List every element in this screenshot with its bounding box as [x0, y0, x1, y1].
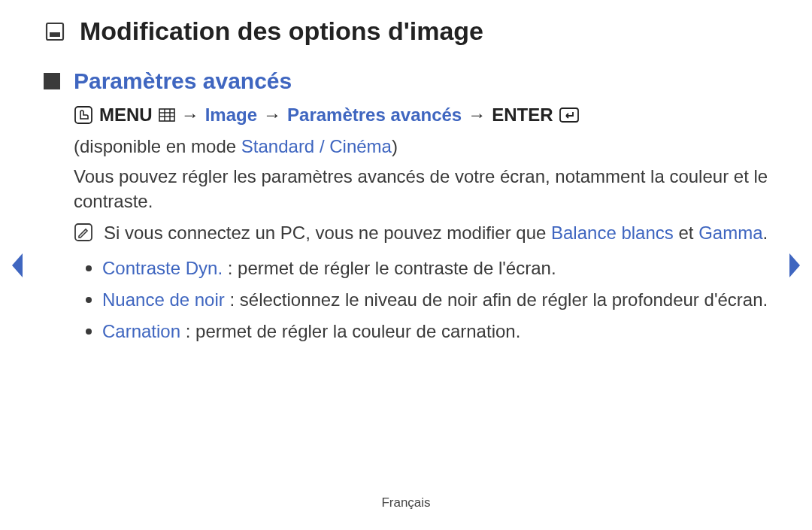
note-icon — [74, 223, 93, 242]
note-term1: Balance blancs — [551, 223, 674, 243]
page-title: Modification des options d'image — [80, 17, 483, 46]
page-content: Modification des options d'image Paramèt… — [0, 0, 812, 344]
bullet-label: Nuance de noir — [102, 289, 225, 310]
svg-rect-3 — [50, 32, 60, 37]
list-item: Nuance de noir : sélectionnez le niveau … — [81, 288, 768, 312]
availability-modes: Standard / Cinéma — [241, 136, 392, 156]
intro-text: Vous pouvez régler les paramètres avancé… — [74, 165, 768, 214]
svg-rect-2 — [47, 23, 63, 40]
note-end: . — [763, 223, 768, 243]
section-heading: Paramètres avancés — [74, 68, 292, 94]
svg-rect-5 — [159, 109, 174, 121]
enter-label: ENTER — [492, 104, 553, 126]
note-row: Si vous connectez un PC, vous ne pouvez … — [74, 221, 768, 245]
bullet-sep: : — [225, 289, 240, 310]
enter-key-icon — [559, 108, 579, 123]
availability-text: (disponible en mode Standard / Cinéma) — [74, 135, 768, 159]
square-bullet-icon — [44, 73, 60, 89]
note-part1: Si vous connectez un PC, vous ne pouvez … — [104, 223, 551, 243]
menu-grid-icon — [159, 108, 175, 122]
bullet-desc: permet de régler le contraste de l'écran… — [238, 258, 556, 278]
note-text: Si vous connectez un PC, vous ne pouvez … — [104, 221, 768, 245]
arrow-3: → — [468, 104, 486, 126]
availability-prefix: (disponible en mode — [74, 136, 241, 156]
footer-language: Français — [0, 495, 812, 510]
hand-press-icon — [74, 105, 93, 125]
bullet-label: Contraste Dyn. — [102, 258, 223, 278]
list-item: Carnation : permet de régler la couleur … — [81, 320, 768, 344]
breadcrumb: MENU → Image → Paramètres avancés → ENTE… — [74, 104, 768, 126]
availability-suffix: ) — [392, 136, 398, 156]
book-icon — [44, 20, 66, 43]
svg-marker-0 — [12, 253, 23, 277]
next-page-button[interactable] — [786, 252, 803, 279]
bullet-sep: : — [180, 321, 195, 341]
bullet-desc: permet de régler la couleur de carnation… — [195, 321, 520, 341]
bullet-list: Contraste Dyn. : permet de régler le con… — [81, 256, 768, 344]
bullet-label: Carnation — [102, 321, 180, 341]
breadcrumb-advanced: Paramètres avancés — [287, 104, 462, 126]
breadcrumb-image: Image — [205, 104, 257, 126]
arrow-1: → — [181, 104, 199, 126]
svg-rect-10 — [560, 108, 578, 122]
bullet-desc: sélectionnez le niveau de noir afin de r… — [240, 289, 768, 310]
section-row: Paramètres avancés — [44, 68, 768, 94]
svg-marker-1 — [789, 253, 800, 277]
title-row: Modification des options d'image — [44, 17, 768, 46]
list-item: Contraste Dyn. : permet de régler le con… — [81, 256, 768, 280]
arrow-2: → — [263, 104, 281, 126]
bullet-sep: : — [223, 258, 238, 278]
note-connector: et — [674, 223, 698, 243]
note-term2: Gamma — [698, 223, 762, 243]
menu-label: MENU — [99, 104, 153, 126]
prev-page-button[interactable] — [9, 252, 26, 279]
